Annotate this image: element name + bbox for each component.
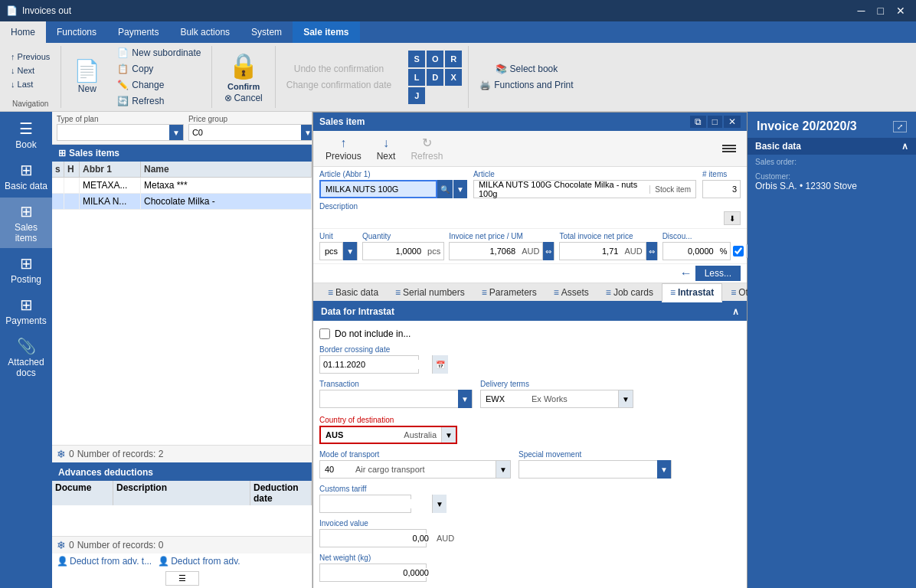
tab-system[interactable]: System xyxy=(240,21,293,43)
tab-assets[interactable]: ≡ Assets xyxy=(545,283,597,301)
price-group-input[interactable] xyxy=(189,128,301,137)
special-movement-input[interactable] xyxy=(519,465,657,474)
transaction-dropdown-btn[interactable]: ▼ xyxy=(458,390,472,408)
sidebar-posting[interactable]: ⊞ Posting xyxy=(0,250,52,289)
select-book-button[interactable]: 📚 Select book xyxy=(491,62,563,76)
country-dropdown-btn[interactable]: ▼ xyxy=(441,427,456,443)
article-abbr-input[interactable] xyxy=(319,180,437,198)
tab-job-cards[interactable]: ≡ Job cards xyxy=(597,283,662,301)
less-button[interactable]: Less... xyxy=(695,266,741,281)
dialog-tile-button[interactable]: ⧉ xyxy=(690,116,706,128)
unit-dropdown-btn[interactable]: ▼ xyxy=(342,242,357,260)
sidebar-attached-docs[interactable]: 📎 Attached docs xyxy=(0,332,52,383)
adv-expand-button[interactable]: ☰ xyxy=(165,571,199,586)
sidebar-basic-data[interactable]: ⊞ Basic data xyxy=(0,156,52,196)
sidebar-payments[interactable]: ⊞ Payments xyxy=(0,291,52,331)
article-abbr-search-btn[interactable]: 🔍 xyxy=(437,180,453,198)
unit-select[interactable]: pcs ▼ xyxy=(319,242,358,260)
new-button[interactable]: 📄 New xyxy=(67,57,106,97)
cancel-button[interactable]: ⊗ Cancel xyxy=(224,93,262,103)
new-subordinate-button[interactable]: 📄 New subordinate xyxy=(113,46,205,60)
do-not-include-checkbox[interactable] xyxy=(319,328,330,339)
discount-input[interactable] xyxy=(663,247,717,256)
quantity-input[interactable] xyxy=(363,247,424,256)
invoice-expand-button[interactable]: ⤢ xyxy=(893,121,907,132)
total-inv-net-input[interactable] xyxy=(560,247,621,256)
undo-confirm-button[interactable]: Undo the confirmation xyxy=(290,62,388,76)
items-count-input[interactable] xyxy=(702,180,741,198)
close-button[interactable]: ✕ xyxy=(891,5,910,17)
tab-payments[interactable]: Payments xyxy=(107,21,169,43)
transport-input[interactable]: Air cargo transport ▼ xyxy=(319,460,511,479)
article-abbr-dropdown-btn[interactable]: ▼ xyxy=(453,180,467,198)
grid-btn-d[interactable]: D xyxy=(427,69,443,86)
tab-basic-data[interactable]: ≡ Basic data xyxy=(319,283,387,301)
total-btn[interactable]: ⇔ xyxy=(646,242,657,260)
dialog-prev-button[interactable]: ↑ Previous xyxy=(319,135,368,163)
back-arrow-button[interactable]: ← xyxy=(677,266,695,281)
dialog-next-button[interactable]: ↓ Next xyxy=(371,135,402,163)
change-button[interactable]: ✏️ Change xyxy=(113,78,205,92)
tab-sale-items[interactable]: Sale items xyxy=(293,21,359,43)
country-destination-input[interactable]: AUS Australia ▼ xyxy=(319,426,457,444)
table-row[interactable]: MILKA N... Chocolate Milka - xyxy=(52,194,312,210)
tab-serial-numbers[interactable]: ≡ Serial numbers xyxy=(387,283,473,301)
tab-home[interactable]: Home xyxy=(0,21,46,43)
row1-s xyxy=(52,178,64,193)
special-movement-dropdown-btn[interactable]: ▼ xyxy=(657,460,671,479)
dialog-menu-button[interactable] xyxy=(718,143,741,154)
basic-data-collapse-btn[interactable]: ∧ xyxy=(901,141,908,152)
type-of-plan-dropdown[interactable]: ▼ xyxy=(169,125,183,140)
dialog-refresh-button[interactable]: ↻ Refresh xyxy=(404,134,449,163)
sidebar-book[interactable]: ☰ Book xyxy=(0,115,52,155)
refresh-ribbon-button[interactable]: 🔄 Refresh xyxy=(113,94,205,108)
functions-print-button[interactable]: 🖨️ Functions and Print xyxy=(475,78,577,92)
transaction-input[interactable] xyxy=(320,394,458,403)
minimize-button[interactable]: ─ xyxy=(853,5,870,17)
maximize-button[interactable]: □ xyxy=(873,5,888,17)
change-confirm-date-button[interactable]: Change confirmation date xyxy=(282,78,396,92)
tab-bulk-actions[interactable]: Bulk actions xyxy=(169,21,240,43)
disco-button[interactable]: Disco... xyxy=(746,244,748,258)
customs-dropdown-btn[interactable]: ▼ xyxy=(432,495,447,513)
dialog-maximize-button[interactable]: □ xyxy=(708,116,722,128)
nav-prev-button[interactable]: ↑ Previous xyxy=(6,51,54,63)
dialog-close-button[interactable]: ✕ xyxy=(724,116,741,128)
intrastat-collapse-btn[interactable]: ∧ xyxy=(732,306,739,317)
grid-btn-o[interactable]: O xyxy=(427,51,443,67)
deduct-adv-t-button[interactable]: 👤 Deduct from adv. t... xyxy=(57,556,152,567)
grid-btn-r[interactable]: R xyxy=(445,51,462,67)
grid-btn-s[interactable]: S xyxy=(408,51,425,67)
description-expand-btn[interactable]: ⬇ xyxy=(724,211,741,225)
customs-input[interactable] xyxy=(320,499,432,508)
border-crossing-calendar-btn[interactable]: 📅 xyxy=(432,355,448,374)
delivery-dropdown-btn[interactable]: ▼ xyxy=(618,390,633,407)
delivery-terms-input[interactable]: Ex Works ▼ xyxy=(480,390,633,408)
inv-net-price-btn[interactable]: ⇔ xyxy=(542,242,554,260)
table-row[interactable]: METAXA... Metaxa *** xyxy=(52,178,312,194)
invoiced-value-input[interactable] xyxy=(320,534,432,543)
transport-value-input[interactable] xyxy=(320,463,351,475)
grid-btn-j[interactable]: J xyxy=(408,87,425,104)
border-crossing-input[interactable] xyxy=(320,360,432,369)
ribbon-record-group: 📄 New 📄 New subordinate 📋 Copy ✏️ Change… xyxy=(61,46,212,108)
delivery-code-input[interactable] xyxy=(481,393,527,405)
sidebar-sales-items[interactable]: ⊞ Sales items xyxy=(0,198,52,248)
nav-last-button[interactable]: ↓ Last xyxy=(6,78,54,90)
copy-button[interactable]: 📋 Copy xyxy=(113,62,205,76)
deduct-adv-button[interactable]: 👤 Deduct from adv. xyxy=(158,556,240,567)
tab-functions[interactable]: Functions xyxy=(46,21,107,43)
transport-dropdown-btn[interactable]: ▼ xyxy=(496,461,510,478)
grid-btn-l[interactable]: L xyxy=(408,69,425,86)
price-group-dropdown[interactable]: ▼ xyxy=(301,125,312,140)
inv-net-price-input[interactable] xyxy=(450,247,519,256)
type-of-plan-input[interactable] xyxy=(57,128,169,137)
grid-btn-x[interactable]: X xyxy=(445,69,462,86)
adv-more-btn[interactable]: ☰ xyxy=(52,569,312,588)
tab-oth[interactable]: ≡ Oth... xyxy=(722,283,748,301)
tab-intrastat[interactable]: ≡ Intrastat xyxy=(662,283,722,302)
tab-parameters[interactable]: ≡ Parameters xyxy=(473,283,545,301)
net-weight-input[interactable] xyxy=(320,568,432,577)
nav-next-button[interactable]: ↓ Next xyxy=(6,64,54,77)
disco-checkbox[interactable] xyxy=(733,246,744,256)
